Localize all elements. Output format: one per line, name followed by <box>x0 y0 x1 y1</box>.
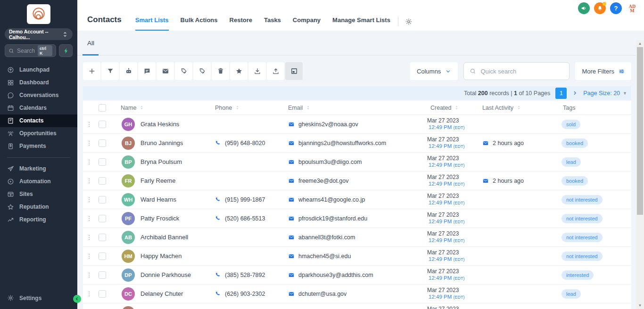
agency-avatar[interactable]: AD M <box>626 4 638 13</box>
contact-email[interactable]: gheskins2v@noaa.gov <box>298 121 358 128</box>
contact-name[interactable]: Grata Heskins <box>140 121 179 128</box>
scroll-down-arrow[interactable]: ▼ <box>636 303 644 308</box>
column-header-phone[interactable]: Phone <box>215 105 288 111</box>
contact-name[interactable]: Happy Machen <box>140 252 182 260</box>
row-checkbox[interactable] <box>99 271 106 279</box>
contact-email[interactable]: dparkhouse3y@addthis.com <box>298 272 373 278</box>
contact-name[interactable]: Patty Frosdick <box>140 215 179 222</box>
row-menu-button[interactable] <box>83 140 95 146</box>
sidebar-item-dashboard[interactable]: Dashboard <box>0 76 77 89</box>
contact-name[interactable]: Bryna Poulsum <box>140 158 182 165</box>
sidebar-item-reputation[interactable]: Reputation <box>0 201 77 213</box>
announcements-button[interactable] <box>578 2 590 14</box>
tab-manage-smart-lists[interactable]: Manage Smart Lists <box>332 16 390 31</box>
row-checkbox[interactable] <box>99 215 106 222</box>
delete-button[interactable] <box>212 62 229 80</box>
row-menu-button[interactable] <box>83 234 95 241</box>
notifications-button[interactable] <box>594 2 606 14</box>
contact-phone[interactable]: (626) 903-2302 <box>225 291 265 297</box>
row-menu-button[interactable] <box>83 272 95 278</box>
sidebar-item-calendars[interactable]: Calendars <box>0 102 77 114</box>
select-all-checkbox[interactable] <box>99 104 106 112</box>
agency-logo[interactable] <box>27 4 50 24</box>
tab-smart-lists[interactable]: Smart Lists <box>135 16 169 31</box>
row-checkbox[interactable] <box>99 290 106 298</box>
sidebar-item-automation[interactable]: Automation <box>0 175 77 188</box>
contact-email[interactable]: dchuterr@usa.gov <box>298 291 347 297</box>
sidebar-search-input[interactable]: Search ctrl K <box>5 44 56 57</box>
row-checkbox[interactable] <box>99 139 106 147</box>
next-page-button[interactable] <box>572 90 578 96</box>
import-button[interactable] <box>248 62 266 80</box>
smartlist-settings-gear-icon[interactable] <box>405 18 413 31</box>
column-header-created[interactable]: Created <box>430 105 482 111</box>
row-checkbox[interactable] <box>99 177 106 185</box>
columns-button[interactable]: Columns <box>410 62 458 80</box>
row-menu-button[interactable] <box>83 253 95 260</box>
sidebar-item-payments[interactable]: Payments <box>0 140 77 153</box>
add-tag-button[interactable] <box>175 62 192 80</box>
contact-phone[interactable]: (915) 999-1867 <box>225 196 265 203</box>
sidebar-item-settings[interactable]: Settings <box>0 290 77 309</box>
export-button[interactable] <box>267 62 284 80</box>
tab-company[interactable]: Company <box>293 16 321 31</box>
add-contact-button[interactable] <box>83 62 100 80</box>
contact-email[interactable]: bjannings2u@howstuffworks.com <box>298 140 386 146</box>
contact-phone[interactable]: (959) 648-8020 <box>225 140 265 146</box>
sidebar-item-launchpad[interactable]: Launchpad <box>0 64 77 76</box>
ai-assistant-button[interactable] <box>59 44 73 57</box>
row-checkbox[interactable] <box>99 121 106 128</box>
contact-email[interactable]: abannell3t@fotki.com <box>298 234 355 241</box>
row-menu-button[interactable] <box>83 121 95 128</box>
sidebar-item-sites[interactable]: Sites <box>0 188 77 201</box>
contact-email[interactable]: freeme3e@dot.gov <box>298 178 349 184</box>
account-switcher[interactable]: Demo Account -- Calhou... <box>5 28 73 40</box>
column-header-email[interactable]: Email <box>288 105 427 111</box>
help-button[interactable]: ? <box>610 2 622 14</box>
row-menu-button[interactable] <box>83 291 95 297</box>
tab-bulk-actions[interactable]: Bulk Actions <box>181 16 218 31</box>
row-checkbox[interactable] <box>99 158 106 166</box>
page-size-selector[interactable]: Page Size: 20 ▼ <box>583 90 627 97</box>
row-checkbox[interactable] <box>99 252 106 260</box>
sidebar-item-contacts[interactable]: Contacts <box>0 114 77 127</box>
merge-button[interactable] <box>285 62 303 80</box>
contact-name[interactable]: Ward Hearns <box>140 196 176 203</box>
row-checkbox[interactable] <box>99 196 106 203</box>
send-email-button[interactable] <box>157 62 174 80</box>
contact-name[interactable]: Farly Reeme <box>140 177 175 184</box>
row-checkbox[interactable] <box>99 234 106 241</box>
contact-name[interactable]: Archibald Bannell <box>140 234 188 241</box>
contact-email[interactable]: bpoulsum3u@diigo.com <box>298 159 362 165</box>
filter-button[interactable] <box>101 62 119 80</box>
column-header-name[interactable]: Name <box>121 105 215 111</box>
sidebar-item-reporting[interactable]: Reporting <box>0 213 77 226</box>
tab-tasks[interactable]: Tasks <box>264 16 281 31</box>
contact-name[interactable]: Donnie Parkhouse <box>140 271 191 278</box>
current-page-button[interactable]: 1 <box>555 88 567 99</box>
automation-bot-button[interactable] <box>120 62 137 80</box>
contact-email[interactable]: hmachen45@si.edu <box>298 253 351 260</box>
contact-email[interactable]: pfrosdick19@stanford.edu <box>298 215 367 222</box>
contact-phone[interactable]: (385) 528-7892 <box>225 272 265 278</box>
row-menu-button[interactable] <box>83 215 95 222</box>
contact-phone[interactable]: (520) 686-5513 <box>225 215 265 222</box>
favorite-button[interactable] <box>230 62 248 80</box>
sidebar-item-opportunities[interactable]: Opportunities <box>0 127 77 140</box>
tab-restore[interactable]: Restore <box>230 16 252 31</box>
sidebar-item-marketing[interactable]: Marketing <box>0 163 77 175</box>
send-sms-button[interactable] <box>138 62 156 80</box>
row-menu-button[interactable] <box>83 178 95 184</box>
column-header-last-activity[interactable]: Last Activity <box>482 105 561 111</box>
row-menu-button[interactable] <box>83 159 95 165</box>
contact-name[interactable]: Delaney Chuter <box>140 290 183 297</box>
scroll-up-arrow[interactable]: ▲ <box>636 41 644 46</box>
more-filters-button[interactable]: More Filters <box>575 62 631 80</box>
tab-all[interactable]: All <box>87 40 94 47</box>
remove-tag-button[interactable] <box>193 62 211 80</box>
vertical-scrollbar[interactable]: ▲ ▼ <box>636 40 644 309</box>
scrollbar-thumb[interactable] <box>637 47 643 215</box>
quick-search-input[interactable] <box>480 68 563 75</box>
row-menu-button[interactable] <box>83 196 95 203</box>
sidebar-item-conversations[interactable]: Conversations <box>0 89 77 102</box>
